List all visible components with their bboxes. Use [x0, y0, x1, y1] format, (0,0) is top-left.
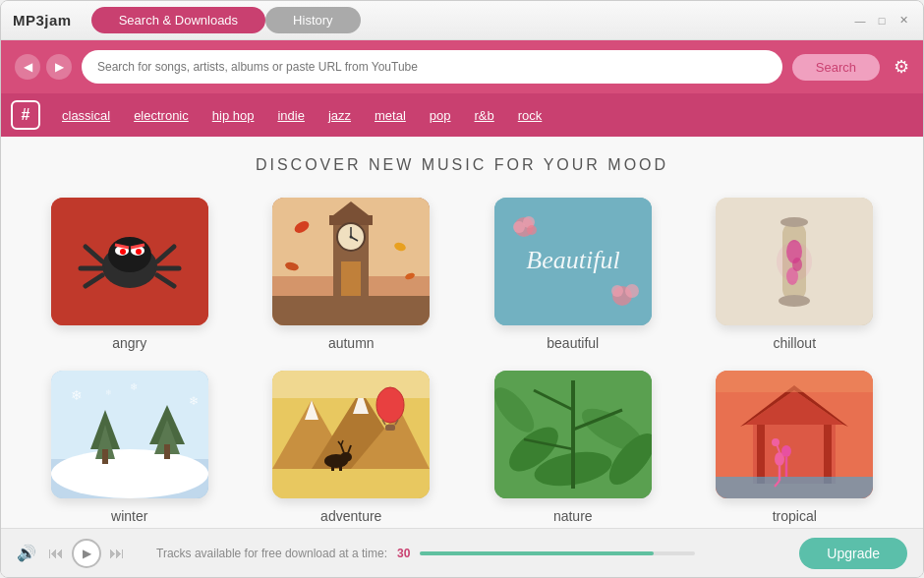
- mood-thumb-beautiful: Beautiful: [494, 198, 652, 325]
- upgrade-button[interactable]: Upgrade: [799, 538, 907, 569]
- mood-label-autumn: autumn: [328, 335, 375, 351]
- forward-button[interactable]: ▶: [46, 54, 72, 80]
- svg-rect-75: [339, 461, 342, 471]
- progress-fill: [420, 551, 654, 555]
- genre-classical[interactable]: classical: [52, 104, 120, 127]
- genre-bar: # classical electronic hip hop indie jaz…: [1, 93, 923, 137]
- settings-icon[interactable]: ⚙: [894, 56, 909, 78]
- svg-point-38: [625, 284, 639, 298]
- close-button[interactable]: ✕: [895, 13, 911, 29]
- tracks-count: 30: [397, 547, 410, 560]
- svg-point-5: [120, 249, 126, 255]
- svg-point-39: [611, 285, 623, 297]
- mood-thumb-autumn: [272, 198, 430, 325]
- main-content: DISCOVER NEW MUSIC FOR YOUR MOOD: [1, 137, 923, 528]
- svg-text:❄: ❄: [189, 394, 199, 408]
- tab-bar: Search & Downloads History: [91, 7, 852, 33]
- svg-point-102: [781, 445, 791, 457]
- tab-search[interactable]: Search & Downloads: [91, 7, 265, 33]
- mood-item-beautiful[interactable]: Beautiful beautiful: [474, 198, 672, 351]
- mood-thumb-nature: [494, 371, 652, 498]
- svg-point-76: [340, 452, 352, 462]
- svg-point-47: [777, 242, 812, 281]
- svg-point-36: [527, 225, 537, 235]
- logo-suffix: jam: [44, 12, 71, 29]
- svg-point-50: [51, 449, 208, 498]
- search-button[interactable]: Search: [792, 54, 880, 81]
- mood-item-winter[interactable]: ❄ ❄ ❄ ❄ winter: [30, 371, 229, 524]
- svg-rect-53: [102, 449, 108, 464]
- genre-rb[interactable]: r&b: [465, 104, 504, 127]
- svg-point-6: [136, 249, 142, 255]
- svg-rect-67: [272, 371, 430, 398]
- svg-rect-94: [757, 425, 765, 484]
- mood-label-nature: nature: [553, 508, 593, 524]
- mood-thumb-adventure: [272, 371, 430, 498]
- svg-rect-72: [385, 425, 395, 431]
- genre-metal[interactable]: metal: [365, 104, 416, 127]
- play-button[interactable]: ▶: [72, 539, 101, 568]
- section-title: DISCOVER NEW MUSIC FOR YOUR MOOD: [30, 156, 894, 174]
- mood-label-chillout: chillout: [773, 335, 816, 351]
- titlebar: MP3jam Search & Downloads History — □ ✕: [1, 1, 923, 40]
- svg-text:❄: ❄: [105, 388, 112, 397]
- genre-rock[interactable]: rock: [508, 104, 552, 127]
- window-controls: — □ ✕: [852, 13, 911, 29]
- volume-icon[interactable]: 🔊: [17, 544, 36, 562]
- mood-label-tropical: tropical: [773, 508, 817, 524]
- svg-point-42: [780, 217, 808, 227]
- tracks-text: Tracks available for free download at a …: [156, 547, 387, 560]
- search-input[interactable]: [82, 50, 782, 84]
- minimize-button[interactable]: —: [852, 13, 868, 29]
- mood-thumb-angry: [51, 198, 208, 325]
- prev-button[interactable]: ⏮: [48, 545, 64, 562]
- svg-rect-98: [716, 477, 873, 498]
- svg-rect-95: [824, 425, 832, 484]
- mood-label-adventure: adventure: [320, 508, 381, 524]
- tracks-info: Tracks available for free download at a …: [156, 547, 787, 560]
- progress-track: [420, 551, 695, 555]
- mood-grid: angry: [30, 198, 894, 524]
- mood-item-tropical[interactable]: tropical: [696, 371, 895, 524]
- genre-hash[interactable]: #: [11, 100, 40, 130]
- nav-buttons: ◀ ▶: [15, 54, 72, 80]
- genre-hiphop[interactable]: hip hop: [202, 104, 264, 127]
- mood-item-chillout[interactable]: chillout: [696, 198, 895, 351]
- logo-prefix: MP3: [13, 12, 44, 29]
- genre-indie[interactable]: indie: [267, 104, 314, 127]
- tab-history[interactable]: History: [265, 7, 360, 33]
- svg-rect-97: [716, 371, 873, 392]
- svg-rect-74: [331, 461, 334, 471]
- app-logo: MP3jam: [13, 12, 72, 29]
- main-window: MP3jam Search & Downloads History — □ ✕ …: [0, 0, 924, 578]
- svg-point-2: [108, 237, 151, 272]
- player-controls: ⏮ ▶ ⏭: [48, 539, 125, 568]
- svg-rect-25: [272, 296, 430, 325]
- genre-electronic[interactable]: electronic: [124, 104, 199, 127]
- mood-label-winter: winter: [111, 508, 147, 524]
- mood-thumb-winter: ❄ ❄ ❄ ❄: [51, 371, 208, 498]
- genre-pop[interactable]: pop: [420, 104, 461, 127]
- mood-item-nature[interactable]: nature: [474, 371, 672, 524]
- svg-text:❄: ❄: [130, 381, 138, 392]
- mood-thumb-tropical: [716, 371, 873, 498]
- back-button[interactable]: ◀: [15, 54, 40, 80]
- svg-point-105: [772, 438, 780, 446]
- mood-item-angry[interactable]: angry: [30, 198, 229, 351]
- svg-rect-93: [753, 425, 836, 484]
- mood-item-autumn[interactable]: autumn: [253, 198, 451, 351]
- toolbar: ◀ ▶ Search ⚙: [1, 40, 923, 93]
- svg-text:❄: ❄: [71, 387, 83, 403]
- svg-text:Beautiful: Beautiful: [526, 246, 619, 274]
- genre-jazz[interactable]: jazz: [318, 104, 361, 127]
- next-button[interactable]: ⏭: [109, 545, 125, 562]
- mood-thumb-chillout: [716, 198, 873, 325]
- maximize-button[interactable]: □: [874, 13, 890, 29]
- mood-item-adventure[interactable]: adventure: [253, 371, 451, 524]
- mood-label-beautiful: beautiful: [547, 335, 599, 351]
- mood-label-angry: angry: [112, 335, 146, 351]
- bottom-bar: 🔊 ⏮ ▶ ⏭ Tracks available for free downlo…: [1, 528, 923, 577]
- svg-rect-56: [164, 444, 170, 459]
- svg-point-43: [779, 295, 810, 307]
